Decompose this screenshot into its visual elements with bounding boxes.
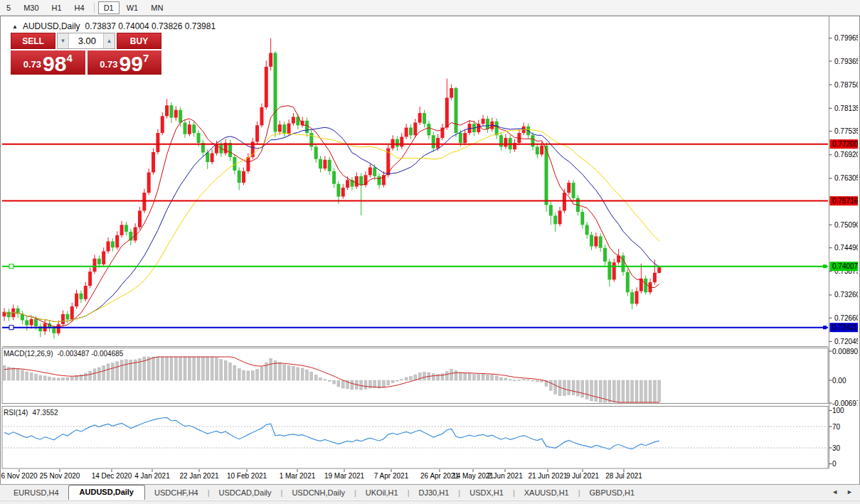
candle-body — [545, 146, 548, 205]
macd-bar — [341, 380, 344, 388]
macd-bar — [445, 372, 448, 380]
macd-bar — [653, 380, 656, 402]
price-tick-label: 0.79365 — [834, 58, 858, 65]
macd-tick-label: 0.008903 — [832, 348, 858, 355]
macd-bar — [120, 360, 123, 380]
candle-body — [260, 107, 263, 125]
macd-bar — [201, 357, 204, 380]
volume-input[interactable]: 3.00 — [69, 33, 103, 48]
macd-bar — [360, 380, 363, 390]
price-tick-label: 0.75090 — [834, 221, 858, 229]
candle-body — [436, 138, 440, 149]
candle-body — [644, 279, 647, 292]
tab-usdcnh-daily[interactable]: USDCNH,Daily — [282, 486, 354, 500]
candle-body — [450, 88, 453, 97]
macd-bar — [305, 370, 308, 380]
tab-gbpusd-h1[interactable]: GBPUSD,H1 — [580, 486, 644, 500]
candle-body — [400, 136, 403, 146]
candle-body — [120, 225, 124, 235]
collapse-ohlc-icon[interactable]: ▲ — [12, 23, 18, 30]
volume-increase-icon[interactable]: ▲ — [103, 33, 115, 48]
macd-bar — [504, 378, 507, 380]
macd-bar — [639, 380, 642, 402]
buy-button[interactable]: BUY — [117, 33, 161, 49]
chart-symbol-label: AUDUSD,Daily — [23, 21, 80, 31]
price-tick-label: 0.78135 — [834, 104, 858, 112]
candle-body — [409, 127, 413, 135]
candle-body — [572, 183, 575, 198]
volume-decrease-icon[interactable]: ▼ — [58, 33, 69, 48]
tab-scroll-right-icon[interactable]: ► — [846, 488, 853, 495]
macd-bar — [310, 372, 313, 380]
candle-body — [184, 122, 187, 134]
candle-body — [405, 127, 408, 136]
macd-bar — [387, 380, 390, 385]
rsi-tick-label: 100 — [832, 407, 844, 414]
candle-body — [124, 225, 128, 232]
candle-body — [567, 183, 570, 193]
candle-body — [504, 138, 507, 146]
candle-body — [486, 119, 489, 129]
sell-price-tile[interactable]: 0.73 98 4 — [11, 50, 85, 75]
timeframe-button-mn[interactable]: MN — [145, 1, 169, 14]
buy-price-tile[interactable]: 0.73 99 7 — [87, 50, 162, 75]
candle-body — [147, 173, 151, 193]
candle-body — [373, 168, 376, 176]
timeframe-button-h4[interactable]: H4 — [69, 1, 90, 14]
sell-button[interactable]: SELL — [11, 33, 55, 49]
candle-body — [52, 328, 55, 333]
tab-usdx-h1[interactable]: USDX,H1 — [460, 486, 513, 500]
timeframe-button-d1[interactable]: D1 — [98, 1, 120, 14]
buy-price-big: 99 — [120, 54, 143, 73]
macd-bar — [518, 380, 521, 381]
tab-usdcad-daily[interactable]: USDCAD,Daily — [210, 486, 281, 500]
candle-body — [75, 294, 78, 306]
timeframe-toolbar: 5M30H1H4D1W1MN — [0, 0, 860, 16]
macd-bar — [459, 372, 462, 380]
date-tick-label: 10 Feb 2021 — [227, 472, 267, 480]
macd-bar — [333, 380, 336, 384]
line-handle-right — [823, 326, 827, 329]
macd-bar — [400, 380, 403, 380]
macd-bar — [215, 358, 218, 380]
macd-bar — [531, 380, 534, 381]
timeframe-button-m30[interactable]: M30 — [18, 1, 44, 14]
macd-bar — [26, 372, 28, 380]
candle-body — [585, 225, 589, 235]
slow-ma-line — [4, 129, 659, 322]
macd-bar — [220, 360, 223, 380]
macd-bar — [93, 369, 96, 380]
macd-bar — [174, 357, 177, 380]
price-tick-label: 0.74490 — [834, 244, 858, 252]
tab-audusd-daily[interactable]: AUDUSD,Daily — [68, 485, 145, 500]
macd-bar — [161, 357, 164, 380]
tab-dj30-h1[interactable]: DJ30,H1 — [410, 486, 459, 500]
tab-usdchf-h4[interactable]: USDCHF,H4 — [145, 486, 208, 500]
date-tick-label: 7 Apr 2021 — [374, 472, 409, 480]
timeframe-button-h1[interactable]: H1 — [46, 1, 68, 14]
macd-bar — [585, 380, 588, 399]
macd-bar — [324, 380, 327, 380]
chart-symbol-header[interactable]: ▲ AUDUSD,Daily 0.73837 0.74004 0.73826 0… — [12, 21, 216, 31]
tab-xauusd-h1[interactable]: XAUUSD,H1 — [515, 486, 578, 500]
price-tick-label: 0.79965 — [834, 34, 858, 42]
tab-scroll-left-icon[interactable]: ◄ — [832, 488, 838, 495]
timeframe-button-w1[interactable]: W1 — [121, 1, 144, 14]
candle-body — [630, 292, 634, 304]
macd-bar — [188, 357, 191, 380]
candle-body — [626, 272, 630, 293]
macd-bar — [48, 377, 51, 380]
price-chart-canvas[interactable]: 0.799650.793650.787500.781350.775350.769… — [1, 16, 858, 483]
macd-bar — [111, 363, 114, 380]
chart-window: 0.799650.793650.787500.781350.775350.769… — [0, 16, 860, 485]
rsi-tick-label: 30 — [832, 444, 841, 452]
tab-eurusd-h4[interactable]: EURUSD,H4 — [4, 486, 68, 500]
macd-bar — [608, 380, 611, 402]
macd-bar — [635, 380, 638, 402]
tab-ukoil-h1[interactable]: UKOil,H1 — [356, 486, 408, 500]
macd-bar — [464, 373, 467, 380]
macd-bar — [563, 380, 566, 396]
rsi-name: RSI(14) — [4, 409, 28, 417]
macd-bar — [450, 369, 453, 380]
timeframe-button-5[interactable]: 5 — [1, 1, 16, 14]
